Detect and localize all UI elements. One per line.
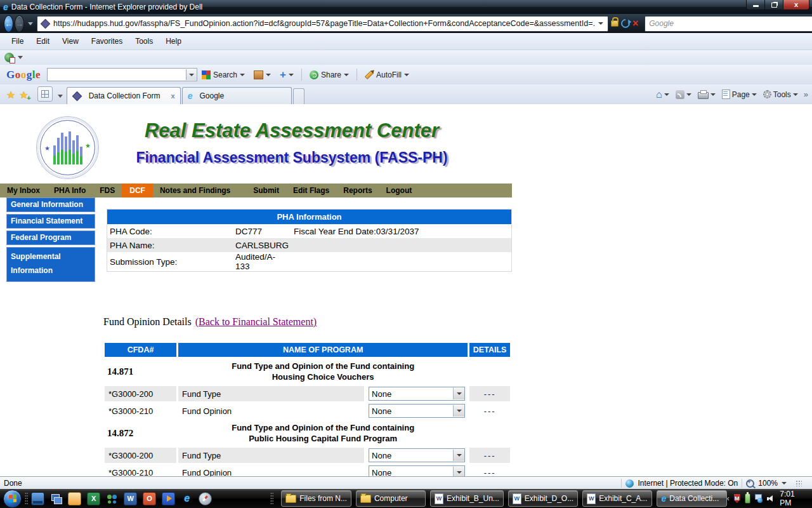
zoom-caret-icon[interactable] xyxy=(782,482,787,485)
overflow-chevron-icon[interactable]: » xyxy=(804,90,808,99)
addon-toolbar xyxy=(0,50,812,65)
outlook-icon[interactable] xyxy=(68,492,81,505)
close-button[interactable]: x xyxy=(783,0,809,10)
add-gadget-button[interactable]: + xyxy=(275,67,298,83)
nav-reports[interactable]: Reports xyxy=(336,184,379,197)
nav-edit-flags[interactable]: Edit Flags xyxy=(286,184,336,197)
menu-edit[interactable]: Edit xyxy=(30,33,56,50)
task-button-exhibit-b[interactable]: Exhibit_B_Un... xyxy=(430,490,504,507)
address-field[interactable]: https://hudapps.hud.gov/fasspha/FS_FundO… xyxy=(37,16,608,32)
page-title: Real Estate Assessment Center xyxy=(95,119,488,142)
home-button[interactable]: ⌂ xyxy=(653,87,672,102)
media-player-icon[interactable] xyxy=(162,492,175,505)
tools-button[interactable]: Tools xyxy=(760,87,801,102)
network-icon[interactable] xyxy=(755,494,763,503)
nav-dcf[interactable]: DCF xyxy=(122,184,153,197)
fund-type-select[interactable]: None xyxy=(369,387,465,401)
add-favorite-icon[interactable]: ★ xyxy=(19,90,28,100)
nav-notes-and-findings[interactable]: Notes and Findings xyxy=(153,184,237,197)
security-lock-button[interactable] xyxy=(611,16,619,31)
switch-windows-icon[interactable] xyxy=(50,493,62,505)
volume-icon[interactable] xyxy=(767,495,773,502)
select-caret-icon xyxy=(453,388,464,399)
task-button-exhibit-c[interactable]: Exhibit_C_A... xyxy=(582,490,652,507)
print-button[interactable] xyxy=(695,87,719,102)
tab-list-caret-icon[interactable] xyxy=(58,95,63,98)
addon-dropdown-icon[interactable] xyxy=(18,56,23,59)
powerpoint-icon[interactable] xyxy=(143,492,156,505)
sidebar-item-general-information[interactable]: General Information xyxy=(6,197,95,212)
task-button-files[interactable]: Files from N... xyxy=(281,490,351,507)
history-dropdown-icon[interactable] xyxy=(28,22,33,25)
addon-icon[interactable] xyxy=(4,53,14,62)
autofill-button[interactable]: AutoFill xyxy=(360,67,414,83)
menu-view[interactable]: View xyxy=(56,33,85,50)
fund-opinion-select[interactable]: None xyxy=(369,465,465,476)
nav-logout[interactable]: Logout xyxy=(379,184,419,197)
search-input[interactable] xyxy=(648,18,812,29)
program-name: Fund Type and Opinion of the Fund contai… xyxy=(178,420,468,446)
word-icon[interactable] xyxy=(124,492,137,505)
zoom-level[interactable]: 100% xyxy=(758,479,778,488)
back-button[interactable]: ← xyxy=(4,15,13,32)
window-controls: x xyxy=(746,0,809,10)
sidebar-item-supplemental-information[interactable]: Supplemental Information xyxy=(6,247,95,282)
fund-opinion-select[interactable]: None xyxy=(369,404,465,418)
page-button[interactable]: Page xyxy=(719,87,760,102)
section-row: 14.872 Fund Type and Opinion of the Fund… xyxy=(105,420,510,446)
google-search-input[interactable] xyxy=(48,70,186,80)
tab-google[interactable]: e Google xyxy=(182,87,292,104)
forward-button[interactable]: → xyxy=(15,15,24,32)
restore-button[interactable] xyxy=(765,0,783,10)
start-button[interactable] xyxy=(3,490,22,508)
tab-close-icon[interactable]: x xyxy=(171,92,175,100)
fund-type-select[interactable]: None xyxy=(369,448,465,462)
quick-tabs-button[interactable] xyxy=(37,86,53,102)
task-button-computer[interactable]: Computer xyxy=(356,490,426,507)
menu-favorites[interactable]: Favorites xyxy=(85,33,129,50)
menu-tools[interactable]: Tools xyxy=(129,33,159,50)
share-button[interactable]: Share xyxy=(305,67,353,83)
tab-data-collection-form[interactable]: Data Collection Form x xyxy=(67,87,181,104)
nav-my-inbox[interactable]: My Inbox xyxy=(0,184,47,197)
sidebar-item-federal-program[interactable]: Federal Program xyxy=(6,231,95,245)
quick-launch-grip[interactable] xyxy=(25,492,28,505)
nav-fds[interactable]: FDS xyxy=(93,184,122,197)
nav-pha-info[interactable]: PHA Info xyxy=(47,184,93,197)
show-desktop-icon[interactable] xyxy=(31,492,44,505)
messenger-icon[interactable] xyxy=(106,493,118,505)
url-text[interactable]: https://hudapps.hud.gov/fasspha/FS_FundO… xyxy=(53,19,595,28)
google-search-field[interactable] xyxy=(47,68,197,81)
feeds-button[interactable] xyxy=(672,87,695,102)
task-button-data-collection[interactable]: e Data Collecti... xyxy=(657,490,726,507)
back-to-financial-statement-link[interactable]: (Back to Financial Statement) xyxy=(195,316,317,327)
taskbar-grip[interactable] xyxy=(270,492,273,505)
address-dropdown-button[interactable] xyxy=(595,18,606,30)
mcafee-icon[interactable] xyxy=(734,494,740,504)
tray-expand-icon[interactable]: ‹ xyxy=(727,494,730,503)
nav-submit[interactable]: Submit xyxy=(246,184,286,197)
stop-button[interactable]: × xyxy=(632,16,638,31)
minimize-button[interactable] xyxy=(747,0,765,10)
google-search-button[interactable]: Search xyxy=(197,67,249,83)
bookmarks-button[interactable] xyxy=(249,67,275,83)
resize-grip[interactable] xyxy=(796,480,802,486)
safari-icon[interactable] xyxy=(199,492,212,505)
search-box[interactable] xyxy=(645,16,812,32)
site-favicon-icon xyxy=(41,18,51,29)
power-icon[interactable] xyxy=(745,493,750,504)
menu-file[interactable]: File xyxy=(5,33,30,50)
line-label: Fund Type xyxy=(178,448,364,463)
favorites-star-icon[interactable]: ★ xyxy=(6,90,15,100)
task-button-exhibit-d[interactable]: Exhibit_D_O... xyxy=(508,490,578,507)
internet-explorer-icon[interactable] xyxy=(181,493,193,505)
zoom-icon[interactable] xyxy=(746,479,754,488)
refresh-button[interactable] xyxy=(621,16,630,31)
sidebar-item-financial-statement[interactable]: Financial Statement xyxy=(6,214,95,229)
taskbar-clock[interactable]: 7:01 PM xyxy=(780,490,802,507)
excel-icon[interactable] xyxy=(87,492,100,505)
hud-logo: ★ ★ xyxy=(37,117,98,178)
menu-help[interactable]: Help xyxy=(159,33,188,50)
google-search-dropdown[interactable] xyxy=(186,69,197,80)
new-tab-stub[interactable] xyxy=(293,88,304,104)
